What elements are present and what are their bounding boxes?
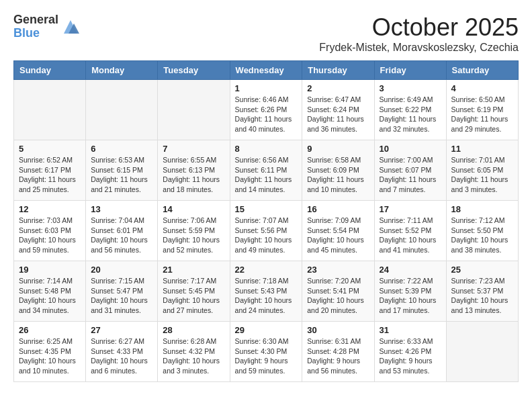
- month-title: October 2025: [319, 13, 519, 42]
- day-info: Sunrise: 6:28 AM Sunset: 4:32 PM Dayligh…: [163, 336, 224, 376]
- day-number: 10: [380, 144, 441, 154]
- day-number: 5: [19, 144, 81, 154]
- day-info: Sunrise: 7:07 AM Sunset: 5:56 PM Dayligh…: [235, 216, 298, 255]
- day-number: 21: [163, 265, 224, 275]
- day-info: Sunrise: 6:53 AM Sunset: 6:15 PM Dayligh…: [91, 155, 152, 195]
- calendar-cell: 27Sunrise: 6:27 AM Sunset: 4:33 PM Dayli…: [86, 322, 158, 382]
- day-number: 31: [380, 325, 441, 335]
- day-info: Sunrise: 7:01 AM Sunset: 6:05 PM Dayligh…: [451, 155, 513, 195]
- weekday-header-monday: Monday: [86, 61, 158, 80]
- day-info: Sunrise: 7:11 AM Sunset: 5:52 PM Dayligh…: [380, 216, 441, 255]
- day-info: Sunrise: 7:17 AM Sunset: 5:45 PM Dayligh…: [163, 276, 224, 316]
- day-number: 2: [307, 83, 369, 93]
- calendar-cell: 11Sunrise: 7:01 AM Sunset: 6:05 PM Dayli…: [446, 140, 518, 201]
- day-number: 1: [235, 83, 298, 93]
- weekday-header-thursday: Thursday: [302, 61, 374, 80]
- day-info: Sunrise: 6:30 AM Sunset: 4:30 PM Dayligh…: [235, 336, 298, 376]
- day-number: 19: [19, 265, 81, 275]
- calendar-cell: 3Sunrise: 6:49 AM Sunset: 6:22 PM Daylig…: [374, 80, 446, 140]
- calendar-cell: 13Sunrise: 7:04 AM Sunset: 6:01 PM Dayli…: [86, 201, 158, 261]
- day-number: 20: [91, 265, 152, 275]
- logo: General Blue: [13, 13, 81, 40]
- calendar-cell: 24Sunrise: 7:22 AM Sunset: 5:39 PM Dayli…: [374, 261, 446, 322]
- day-info: Sunrise: 7:09 AM Sunset: 5:54 PM Dayligh…: [307, 216, 369, 255]
- weekday-header-friday: Friday: [374, 61, 446, 80]
- weekday-header-sunday: Sunday: [14, 61, 86, 80]
- calendar-cell: 1Sunrise: 6:46 AM Sunset: 6:26 PM Daylig…: [230, 80, 302, 140]
- day-number: 6: [91, 144, 152, 154]
- calendar-cell: 25Sunrise: 7:23 AM Sunset: 5:37 PM Dayli…: [446, 261, 518, 322]
- day-info: Sunrise: 6:49 AM Sunset: 6:22 PM Dayligh…: [380, 95, 441, 134]
- day-info: Sunrise: 6:27 AM Sunset: 4:33 PM Dayligh…: [91, 336, 152, 376]
- calendar-week-row: 5Sunrise: 6:52 AM Sunset: 6:17 PM Daylig…: [14, 140, 519, 201]
- day-number: 3: [380, 83, 441, 93]
- weekday-header-row: SundayMondayTuesdayWednesdayThursdayFrid…: [14, 61, 519, 80]
- calendar-cell: 21Sunrise: 7:17 AM Sunset: 5:45 PM Dayli…: [158, 261, 230, 322]
- calendar-cell: 26Sunrise: 6:25 AM Sunset: 4:35 PM Dayli…: [14, 322, 86, 382]
- day-info: Sunrise: 7:22 AM Sunset: 5:39 PM Dayligh…: [380, 276, 441, 316]
- day-info: Sunrise: 7:12 AM Sunset: 5:50 PM Dayligh…: [451, 216, 513, 255]
- day-info: Sunrise: 6:58 AM Sunset: 6:09 PM Dayligh…: [307, 155, 369, 195]
- calendar-cell: 8Sunrise: 6:56 AM Sunset: 6:11 PM Daylig…: [230, 140, 302, 201]
- day-info: Sunrise: 7:23 AM Sunset: 5:37 PM Dayligh…: [451, 276, 513, 316]
- day-number: 15: [235, 204, 298, 214]
- calendar-cell: 17Sunrise: 7:11 AM Sunset: 5:52 PM Dayli…: [374, 201, 446, 261]
- calendar-cell: [158, 80, 230, 140]
- day-info: Sunrise: 6:25 AM Sunset: 4:35 PM Dayligh…: [19, 336, 81, 376]
- day-info: Sunrise: 7:15 AM Sunset: 5:47 PM Dayligh…: [91, 276, 152, 316]
- calendar-cell: [14, 80, 86, 140]
- day-info: Sunrise: 6:52 AM Sunset: 6:17 PM Dayligh…: [19, 155, 81, 195]
- calendar-cell: [86, 80, 158, 140]
- weekday-header-saturday: Saturday: [446, 61, 518, 80]
- day-info: Sunrise: 6:31 AM Sunset: 4:28 PM Dayligh…: [307, 336, 369, 376]
- calendar-week-row: 1Sunrise: 6:46 AM Sunset: 6:26 PM Daylig…: [14, 80, 519, 140]
- day-number: 17: [380, 204, 441, 214]
- calendar-cell: 28Sunrise: 6:28 AM Sunset: 4:32 PM Dayli…: [158, 322, 230, 382]
- day-number: 9: [307, 144, 369, 154]
- day-info: Sunrise: 7:04 AM Sunset: 6:01 PM Dayligh…: [91, 216, 152, 255]
- calendar-week-row: 19Sunrise: 7:14 AM Sunset: 5:48 PM Dayli…: [14, 261, 519, 322]
- calendar-cell: 4Sunrise: 6:50 AM Sunset: 6:19 PM Daylig…: [446, 80, 518, 140]
- calendar-cell: 12Sunrise: 7:03 AM Sunset: 6:03 PM Dayli…: [14, 201, 86, 261]
- day-info: Sunrise: 7:00 AM Sunset: 6:07 PM Dayligh…: [380, 155, 441, 195]
- day-number: 28: [163, 325, 224, 335]
- day-number: 11: [451, 144, 513, 154]
- calendar-cell: 20Sunrise: 7:15 AM Sunset: 5:47 PM Dayli…: [86, 261, 158, 322]
- calendar-cell: 31Sunrise: 6:33 AM Sunset: 4:26 PM Dayli…: [374, 322, 446, 382]
- day-number: 4: [451, 83, 513, 93]
- title-block: October 2025 Frydek-Mistek, Moravskoslez…: [319, 13, 519, 54]
- day-info: Sunrise: 6:47 AM Sunset: 6:24 PM Dayligh…: [307, 95, 369, 134]
- calendar-cell: 18Sunrise: 7:12 AM Sunset: 5:50 PM Dayli…: [446, 201, 518, 261]
- page-header: General Blue October 2025 Frydek-Mistek,…: [13, 13, 519, 54]
- day-info: Sunrise: 7:14 AM Sunset: 5:48 PM Dayligh…: [19, 276, 81, 316]
- calendar-cell: 16Sunrise: 7:09 AM Sunset: 5:54 PM Dayli…: [302, 201, 374, 261]
- day-number: 16: [307, 204, 369, 214]
- day-info: Sunrise: 6:46 AM Sunset: 6:26 PM Dayligh…: [235, 95, 298, 134]
- calendar-cell: 7Sunrise: 6:55 AM Sunset: 6:13 PM Daylig…: [158, 140, 230, 201]
- day-info: Sunrise: 7:03 AM Sunset: 6:03 PM Dayligh…: [19, 216, 81, 255]
- day-info: Sunrise: 6:55 AM Sunset: 6:13 PM Dayligh…: [163, 155, 224, 195]
- weekday-header-tuesday: Tuesday: [158, 61, 230, 80]
- logo-general-text: General: [13, 13, 58, 27]
- calendar-cell: 10Sunrise: 7:00 AM Sunset: 6:07 PM Dayli…: [374, 140, 446, 201]
- day-number: 26: [19, 325, 81, 335]
- day-number: 7: [163, 144, 224, 154]
- day-number: 13: [91, 204, 152, 214]
- calendar-cell: 30Sunrise: 6:31 AM Sunset: 4:28 PM Dayli…: [302, 322, 374, 382]
- day-info: Sunrise: 7:18 AM Sunset: 5:43 PM Dayligh…: [235, 276, 298, 316]
- calendar-cell: 22Sunrise: 7:18 AM Sunset: 5:43 PM Dayli…: [230, 261, 302, 322]
- day-number: 29: [235, 325, 298, 335]
- weekday-header-wednesday: Wednesday: [230, 61, 302, 80]
- calendar-cell: 23Sunrise: 7:20 AM Sunset: 5:41 PM Dayli…: [302, 261, 374, 322]
- day-info: Sunrise: 6:50 AM Sunset: 6:19 PM Dayligh…: [451, 95, 513, 134]
- calendar-week-row: 12Sunrise: 7:03 AM Sunset: 6:03 PM Dayli…: [14, 201, 519, 261]
- day-info: Sunrise: 6:56 AM Sunset: 6:11 PM Dayligh…: [235, 155, 298, 195]
- calendar-cell: 15Sunrise: 7:07 AM Sunset: 5:56 PM Dayli…: [230, 201, 302, 261]
- day-number: 27: [91, 325, 152, 335]
- calendar-cell: [446, 322, 518, 382]
- calendar-cell: 6Sunrise: 6:53 AM Sunset: 6:15 PM Daylig…: [86, 140, 158, 201]
- day-number: 22: [235, 265, 298, 275]
- calendar-cell: 9Sunrise: 6:58 AM Sunset: 6:09 PM Daylig…: [302, 140, 374, 201]
- day-number: 25: [451, 265, 513, 275]
- day-number: 30: [307, 325, 369, 335]
